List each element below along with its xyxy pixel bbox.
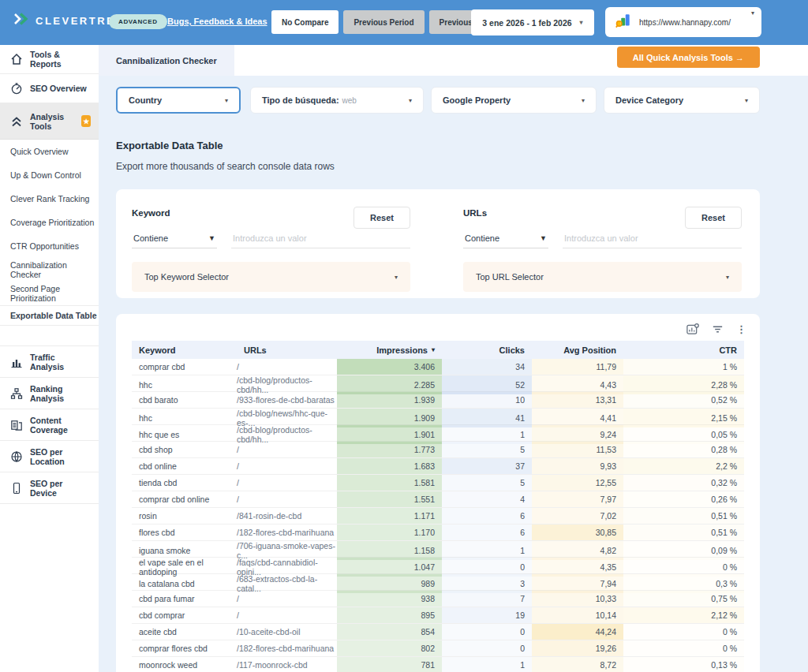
date-range-picker[interactable]: 3 ene 2026 - 1 feb 2026 ▾ [471, 9, 594, 35]
sidebar-item-analysis-tools[interactable]: Analysis Tools★ [0, 103, 99, 140]
table-row: hhc/cbd-blog/productos-cbd/hh...2.285524… [132, 375, 744, 392]
sidebar-item-tools-reports[interactable]: Tools & Reports [0, 45, 99, 74]
column-header-clicks[interactable]: Clicks [442, 341, 532, 359]
property-url: https://www.hannapy.com/ [639, 18, 731, 27]
star-badge-icon: ★ [81, 115, 91, 127]
urls-value-input[interactable] [563, 230, 742, 248]
cell-impressions: 938 [337, 591, 442, 607]
top-keyword-selector[interactable]: Top Keyword Selector ▾ [132, 262, 410, 292]
sidebar-item-seo-per-location[interactable]: SEO per Location [0, 441, 99, 472]
cell-impressions: 3.406 [337, 359, 442, 375]
globe-icon [10, 450, 23, 463]
cell-urls: / [237, 591, 337, 607]
date-range-value: 3 ene 2026 - 1 feb 2026 [482, 18, 571, 28]
sidebar-item-quick-overview[interactable]: Quick Overview [0, 140, 99, 163]
property-selector[interactable]: https://www.hannapy.com/ ▾ [605, 7, 761, 37]
sidebar-item-cannibalization-checker[interactable]: Cannibalization Checker [0, 258, 99, 282]
cell-urls: / [237, 607, 337, 623]
cell-clicks: 6 [442, 525, 532, 540]
keyword-operator-select[interactable]: Contiene ▼ [132, 230, 217, 248]
main-content: Cannibalization Checker All Quick Analys… [99, 45, 808, 672]
table-row: hhc/cbd-blog/news/hhc-que-es-...1.909414… [132, 409, 744, 425]
cell-keyword: moonrock weed [132, 657, 237, 672]
sidebar-item-ranking-analysis[interactable]: Ranking Analysis [0, 378, 99, 409]
table-row: flores cbd/182-flores-cbd-marihuana1.170… [132, 525, 744, 541]
cell-clicks: 37 [442, 458, 532, 474]
cell-impressions: 1.939 [337, 392, 442, 408]
sidebar-item-up-down-control[interactable]: Up & Down Control [0, 163, 99, 187]
cell-avg-position: 7,02 [532, 508, 623, 524]
urls-reset-button[interactable]: Reset [685, 207, 742, 229]
filter-tipo-de-b-squeda[interactable]: Tipo de búsqueda:web▾ [250, 87, 424, 114]
tab-cannibalization-checker[interactable]: Cannibalization Checker [99, 45, 234, 76]
cell-avg-position: 7,97 [532, 491, 623, 507]
urls-operator-select[interactable]: Contiene ▼ [463, 230, 548, 248]
sidebar-item-seo-per-device[interactable]: SEO per Device [0, 472, 99, 504]
cell-keyword: aceite cbd [132, 624, 237, 640]
no-compare-button[interactable]: No Compare [271, 10, 339, 34]
cell-avg-position: 13,31 [532, 392, 623, 408]
cell-clicks: 34 [442, 359, 532, 375]
top-bar: CLEVERTREK ADVANCED Bugs, Feedback & Ide… [0, 0, 808, 45]
cell-impressions: 1.773 [337, 442, 442, 457]
cell-urls: / [237, 442, 337, 457]
cell-keyword: tienda cbd [132, 475, 237, 491]
cell-clicks: 6 [442, 508, 532, 524]
previous-period-button[interactable]: Previous Period [343, 10, 424, 34]
cell-impressions: 854 [337, 624, 442, 640]
column-header-impressions[interactable]: Impressions▾ [337, 341, 442, 359]
sidebar-item-exportable-data-table[interactable]: Exportable Data Table [0, 305, 99, 326]
filter-icon[interactable] [711, 323, 724, 336]
keyword-url-filter-panel: Keyword Reset Contiene ▼ Top Keyword Sel… [116, 189, 760, 298]
sidebar-item-ctr-opportunities[interactable]: CTR Opportunities [0, 234, 99, 258]
column-header-urls[interactable]: URLs [237, 341, 337, 359]
cell-ctr: 0,13 % [623, 657, 744, 672]
table-row: comprar cbd/3.4063411,791 % [132, 359, 744, 375]
sidebar-item-second-page-prioritization[interactable]: Second Page Prioritization [0, 282, 99, 305]
sidebar-item-content-coverage[interactable]: Content Coverage [0, 409, 99, 441]
cell-ctr: 0,26 % [623, 491, 744, 507]
logo-chevrons-icon [13, 11, 30, 30]
chevron-down-icon: ▾ [745, 97, 748, 104]
filter-google-property[interactable]: Google Property▾ [431, 87, 597, 114]
cell-keyword: flores cbd [132, 525, 237, 540]
cell-keyword: rosin [132, 508, 237, 524]
cell-ctr: 1 % [623, 359, 744, 375]
cell-impressions: 1.683 [337, 458, 442, 474]
sidebar-item-coverage-prioritization[interactable]: Coverage Prioritization [0, 211, 99, 234]
filter-device-category[interactable]: Device Category▾ [604, 87, 760, 114]
feedback-link[interactable]: Bugs, Feedback & Ideas [167, 17, 267, 26]
cell-avg-position: 12,55 [532, 475, 623, 491]
cell-urls: /841-rosin-de-cbd [237, 508, 337, 524]
cell-urls: /10-aceite-cbd-oil [237, 624, 337, 640]
top-url-selector[interactable]: Top URL Selector ▾ [463, 262, 742, 292]
all-quick-analysis-tools-button[interactable]: All Quick Analysis Tools → [617, 47, 760, 68]
chart-report-icon[interactable] [686, 323, 699, 336]
sort-desc-icon: ▾ [432, 346, 435, 353]
plan-badge: ADVANCED [109, 14, 167, 29]
cell-impressions: 1.581 [337, 475, 442, 491]
app-logo[interactable]: CLEVERTREK [13, 11, 125, 30]
keyword-reset-button[interactable]: Reset [354, 207, 410, 229]
sidebar-item-seo-overview[interactable]: SEO Overview [0, 74, 99, 103]
table-row: cbd shop/1.773511,530,28 % [132, 442, 744, 458]
filter-country[interactable]: Country▾ [116, 87, 241, 114]
table-row: cbd comprar/8951910,142,12 % [132, 607, 744, 624]
sidebar-item-clever-rank-tracking[interactable]: Clever Rank Tracking [0, 187, 99, 211]
keyword-value-input[interactable] [231, 230, 410, 248]
sidebar-item-traffic-analysis[interactable]: Traffic Analysis [0, 346, 99, 378]
table-toolbar: ⋮ [116, 314, 760, 341]
chevron-down-icon: ▾ [409, 97, 412, 104]
column-header-avg-position[interactable]: Avg Position [532, 341, 623, 359]
cell-ctr: 0,52 % [623, 392, 744, 408]
cell-urls: /182-flores-cbd-marihuana [237, 640, 337, 656]
cell-ctr: 0 % [623, 624, 744, 640]
sidebar-spacer [0, 326, 99, 346]
column-header-keyword[interactable]: Keyword [132, 341, 237, 359]
cell-keyword: comprar cbd online [132, 491, 237, 507]
kebab-menu-icon[interactable]: ⋮ [736, 323, 746, 335]
page-title: Exportable Data Table [116, 140, 223, 151]
table-row: aceite cbd/10-aceite-cbd-oil854044,240 % [132, 624, 744, 640]
cell-clicks: 5 [442, 442, 532, 457]
column-header-ctr[interactable]: CTR [623, 341, 744, 359]
